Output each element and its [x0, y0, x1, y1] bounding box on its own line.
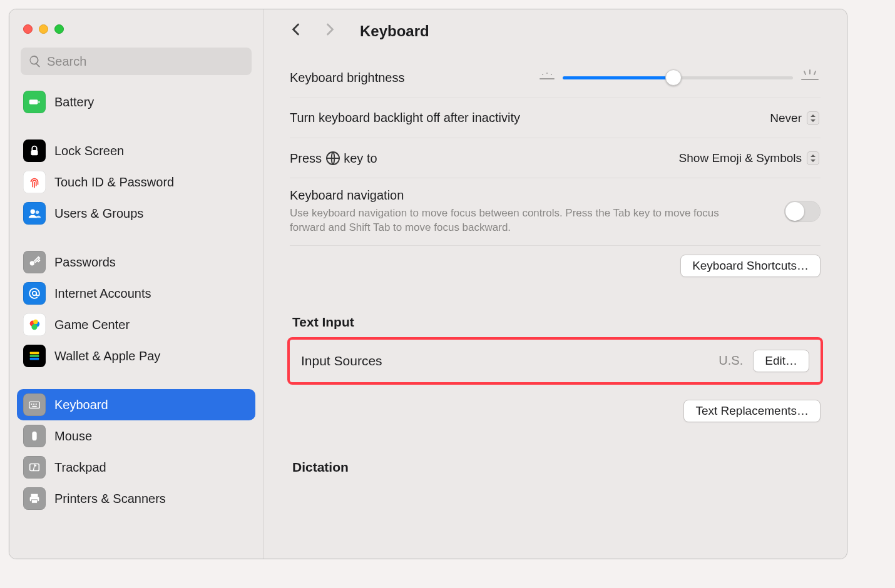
svg-point-6 [33, 291, 36, 295]
search-input[interactable] [21, 48, 252, 75]
mouse-icon [23, 425, 46, 447]
svg-rect-18 [32, 406, 36, 407]
backlight-off-select[interactable]: Never [769, 110, 821, 126]
keyboard-shortcuts-button[interactable]: Keyboard Shortcuts… [680, 255, 821, 277]
toggle-knob [785, 202, 804, 221]
sidebar-list: BatteryLock ScreenTouch ID & PasswordUse… [9, 86, 263, 559]
svg-rect-1 [38, 101, 39, 103]
svg-rect-25 [540, 78, 555, 79]
keyboard-nav-description: Use keyboard navigation to move focus be… [290, 206, 740, 235]
globe-icon [325, 151, 344, 165]
keyboard-brightness-label: Keyboard brightness [290, 71, 528, 85]
sidebar-item-printers[interactable]: Printers & Scanners [17, 483, 255, 514]
svg-rect-16 [33, 403, 34, 405]
nav-forward-button[interactable] [321, 21, 337, 41]
globe-key-value: Show Emoji & Symbols [679, 151, 802, 165]
sidebar-item-wallet[interactable]: Wallet & Apple Pay [17, 340, 255, 372]
svg-rect-11 [30, 352, 39, 355]
minimize-window-button[interactable] [39, 24, 48, 34]
svg-rect-0 [29, 99, 38, 104]
globe-key-select[interactable]: Show Emoji & Symbols [678, 150, 821, 166]
fingerprint-icon [23, 171, 46, 193]
wallet-icon [23, 345, 46, 367]
zoom-window-button[interactable] [54, 24, 64, 34]
close-window-button[interactable] [23, 24, 33, 34]
sidebar-item-passwords[interactable]: Passwords [17, 246, 255, 278]
svg-rect-13 [30, 358, 39, 360]
sidebar-item-label: Printers & Scanners [54, 492, 249, 506]
key-icon [23, 251, 46, 273]
nav-back-button[interactable] [289, 21, 305, 41]
svg-rect-14 [29, 402, 40, 408]
backlight-off-label: Turn keyboard backlight off after inacti… [290, 111, 759, 125]
row-keyboard-brightness: Keyboard brightness [290, 58, 821, 98]
content-scroll[interactable]: Keyboard brightness Turn keyboard backli… [263, 53, 847, 559]
sidebar-item-battery[interactable]: Battery [17, 86, 255, 118]
gamecenter-icon [23, 313, 46, 336]
row-input-sources: Input Sources U.S. Edit… [287, 337, 823, 385]
svg-point-21 [34, 465, 36, 467]
backlight-off-value: Never [770, 111, 802, 125]
lock-icon [23, 139, 46, 162]
keyboard-icon [23, 393, 46, 416]
at-icon [23, 282, 46, 305]
row-backlight-off: Turn keyboard backlight off after inacti… [290, 98, 821, 138]
sidebar-item-label: Touch ID & Password [54, 175, 249, 190]
sidebar-item-label: Trackpad [54, 460, 249, 475]
sidebar-item-trackpad[interactable]: Trackpad [17, 452, 255, 483]
sidebar-item-label: Passwords [54, 255, 249, 270]
sidebar-item-keyboard[interactable]: Keyboard [17, 389, 255, 420]
sidebar-item-mouse[interactable]: Mouse [17, 420, 255, 452]
keyboard-nav-toggle[interactable] [784, 201, 821, 222]
keyboard-nav-label: Keyboard navigation [290, 188, 774, 203]
svg-rect-2 [31, 150, 38, 155]
svg-point-26 [542, 74, 543, 75]
brightness-high-icon [799, 69, 821, 88]
svg-point-27 [546, 73, 548, 74]
slider-thumb[interactable] [665, 69, 682, 86]
svg-point-10 [33, 320, 38, 324]
toolbar: Keyboard [263, 9, 847, 53]
input-sources-value: U.S. [719, 353, 743, 368]
sidebar-item-touch-id[interactable]: Touch ID & Password [17, 166, 255, 198]
sidebar-item-label: Mouse [54, 429, 249, 444]
sidebar-item-label: Users & Groups [54, 206, 249, 221]
svg-point-4 [36, 210, 39, 214]
input-sources-edit-button[interactable]: Edit… [753, 350, 809, 372]
search-icon [28, 54, 42, 68]
svg-rect-12 [30, 355, 39, 357]
stepper-icon [807, 111, 819, 125]
keyboard-shortcuts-row: Keyboard Shortcuts… [290, 246, 821, 280]
sidebar-item-lock-screen[interactable]: Lock Screen [17, 135, 255, 166]
svg-rect-22 [31, 494, 38, 497]
sidebar-item-label: Keyboard [54, 398, 249, 412]
sidebar-item-game-center[interactable]: Game Center [17, 309, 255, 340]
sidebar-item-internet-acct[interactable]: Internet Accounts [17, 278, 255, 309]
text-replacements-row: Text Replacements… [290, 385, 821, 425]
row-globe-key: Press key to Show Emoji & Symbols [290, 138, 821, 178]
sidebar-item-label: Battery [54, 95, 249, 109]
globe-key-label: Press key to [290, 151, 668, 166]
input-sources-label: Input Sources [301, 353, 708, 368]
row-keyboard-navigation: Keyboard navigation Use keyboard navigat… [290, 178, 821, 246]
svg-rect-24 [31, 500, 37, 504]
svg-point-28 [551, 74, 552, 75]
settings-window: BatteryLock ScreenTouch ID & PasswordUse… [9, 9, 847, 559]
section-dictation: Dictation [292, 460, 821, 475]
stepper-icon [807, 151, 819, 165]
content: Keyboard Keyboard brightness [263, 9, 847, 559]
svg-point-9 [31, 324, 37, 330]
sidebar: BatteryLock ScreenTouch ID & PasswordUse… [9, 9, 263, 559]
users-icon [23, 202, 46, 225]
keyboard-brightness-slider[interactable] [563, 76, 793, 79]
svg-point-5 [30, 261, 34, 265]
sidebar-item-users-groups[interactable]: Users & Groups [17, 198, 255, 229]
svg-rect-29 [801, 79, 819, 80]
battery-icon [23, 91, 46, 113]
svg-rect-17 [36, 403, 37, 405]
page-title: Keyboard [360, 23, 429, 40]
svg-point-3 [31, 210, 35, 214]
printer-icon [23, 487, 46, 510]
text-replacements-button[interactable]: Text Replacements… [683, 400, 821, 422]
section-text-input: Text Input [292, 315, 821, 330]
